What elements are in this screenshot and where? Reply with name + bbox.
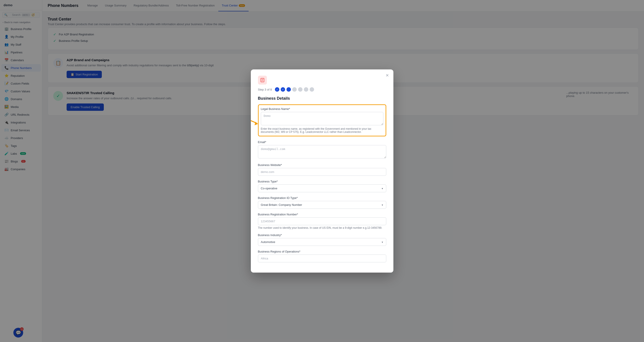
business-type-select-wrapper: Co-operative Sole Proprietorship LLC Cor… bbox=[258, 184, 386, 192]
business-reg-number-hint: The number used to identify your busines… bbox=[258, 226, 386, 229]
legal-business-name-field: Legal Business Name* Enter the exact bus… bbox=[258, 104, 386, 136]
email-label: Email* bbox=[258, 140, 386, 144]
business-industry-label: Business Industry* bbox=[258, 233, 386, 237]
step-4 bbox=[292, 87, 297, 92]
business-reg-id-type-field: Business Registration ID Type* Great Bri… bbox=[258, 196, 386, 209]
email-field: Email* bbox=[258, 140, 386, 159]
step-2: ✓ bbox=[281, 87, 285, 92]
email-input[interactable] bbox=[258, 145, 386, 159]
business-website-field: Business Website* bbox=[258, 163, 386, 176]
business-reg-id-type-label: Business Registration ID Type* bbox=[258, 196, 386, 200]
modal-backdrop: ✕ Step 3 of 8 ✓ ✓ Business Details bbox=[0, 0, 644, 342]
modal-section-title: Business Details bbox=[258, 96, 386, 101]
step-6 bbox=[304, 87, 308, 92]
business-industry-select[interactable]: Automotive Technology Healthcare bbox=[258, 238, 386, 246]
business-website-label: Business Website* bbox=[258, 163, 386, 167]
step-1: ✓ bbox=[275, 87, 279, 92]
legal-business-name-label: Legal Business Name* bbox=[261, 107, 383, 111]
business-reg-number-label: Business Registration Number* bbox=[258, 213, 386, 216]
step-5 bbox=[298, 87, 302, 92]
business-reg-id-type-select[interactable]: Great Britain: Company Number US: EIN Ca… bbox=[258, 201, 386, 209]
business-regions-label: Business Regions of Operations* bbox=[258, 250, 386, 253]
business-type-select[interactable]: Co-operative Sole Proprietorship LLC Cor… bbox=[258, 184, 386, 192]
business-details-modal: ✕ Step 3 of 8 ✓ ✓ Business Details bbox=[251, 69, 394, 273]
business-reg-number-field: Business Registration Number* The number… bbox=[258, 213, 386, 229]
step-indicator: Step 3 of 8 ✓ ✓ bbox=[258, 87, 386, 92]
business-type-field: Business Type* Co-operative Sole Proprie… bbox=[258, 180, 386, 192]
business-industry-select-wrapper: Automotive Technology Healthcare bbox=[258, 238, 386, 246]
form-icon bbox=[260, 78, 265, 83]
business-type-label: Business Type* bbox=[258, 180, 386, 183]
business-reg-id-type-select-wrapper: Great Britain: Company Number US: EIN Ca… bbox=[258, 201, 386, 209]
svg-marker-4 bbox=[254, 122, 258, 125]
step-label: Step 3 of 8 bbox=[258, 88, 272, 91]
modal-close-button[interactable]: ✕ bbox=[386, 73, 389, 78]
business-reg-number-input[interactable] bbox=[258, 217, 386, 225]
business-industry-field: Business Industry* Automotive Technology… bbox=[258, 233, 386, 246]
modal-icon-wrap bbox=[258, 76, 267, 85]
legal-business-name-hint: Enter the exact business name, as regist… bbox=[261, 127, 383, 134]
business-regions-field: Business Regions of Operations* bbox=[258, 250, 386, 262]
business-website-input[interactable] bbox=[258, 168, 386, 176]
step-3 bbox=[286, 87, 291, 92]
business-regions-input[interactable] bbox=[258, 255, 386, 262]
legal-business-name-input[interactable] bbox=[261, 112, 383, 125]
step-7 bbox=[310, 87, 314, 92]
legal-business-name-highlight: Legal Business Name* Enter the exact bus… bbox=[258, 104, 386, 136]
